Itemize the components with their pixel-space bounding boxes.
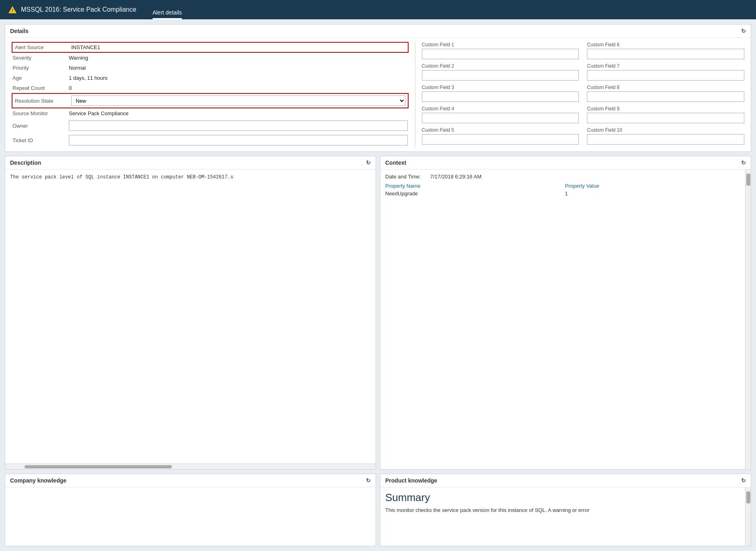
field-label-severity: Severity [12, 55, 65, 61]
custom-field-8: Custom Field 8 [587, 85, 744, 102]
custom-field-10: Custom Field 10 [587, 127, 744, 145]
field-label-age: Age [12, 75, 65, 81]
description-body: The service pack level of SQL instance I… [5, 170, 376, 464]
description-text: The service pack level of SQL instance I… [10, 174, 233, 180]
description-refresh-icon[interactable]: ↻ [366, 160, 371, 166]
field-priority: Priority Normal [12, 63, 409, 73]
context-header: Context ↻ [380, 156, 751, 170]
field-source-monitor: Source Monitor Service Pack Compliance [12, 108, 409, 118]
product-knowledge-scroll-content: Summary This monitor checks the service … [380, 487, 745, 546]
context-title: Context [385, 160, 406, 166]
field-value-repeat-count: 0 [69, 85, 408, 91]
product-knowledge-scrollbar-thumb[interactable] [746, 491, 750, 503]
custom-field-1-label: Custom Field 1 [422, 42, 579, 48]
context-refresh-icon[interactable]: ↻ [741, 160, 746, 166]
company-knowledge-refresh-icon[interactable]: ↻ [366, 477, 371, 484]
field-label-source-monitor: Source Monitor [12, 110, 65, 116]
custom-field-7-label: Custom Field 7 [587, 63, 744, 69]
custom-field-1: Custom Field 1 [422, 42, 579, 59]
summary-title: Summary [385, 491, 740, 504]
field-owner: Owner [12, 118, 409, 133]
context-body: Date and Time: 7/17/2018 6:29:16 AM Prop… [380, 170, 745, 323]
custom-field-4-input[interactable] [422, 113, 579, 123]
context-property-header: Property Name [385, 182, 565, 190]
table-row: NeedUpgrade 1 [385, 190, 740, 197]
table-row: Property Name Property Value [385, 182, 740, 190]
context-property-needupgrade: NeedUpgrade [385, 190, 565, 197]
details-left: Alert Source INSTANCE1 Severity Warning … [5, 42, 415, 147]
company-knowledge-title: Company knowledge [10, 477, 66, 484]
context-value-header: Property Value [565, 182, 740, 190]
field-age: Age 1 days, 11 hours [12, 73, 409, 83]
svg-text:!: ! [12, 8, 13, 13]
context-scroll-area: Date and Time: 7/17/2018 6:29:16 AM Prop… [380, 170, 751, 469]
field-label-repeat-count: Repeat Count [12, 85, 65, 91]
app-header: ! MSSQL 2016: Service Pack Compliance Al… [0, 0, 756, 19]
custom-field-9-input[interactable] [587, 113, 744, 123]
custom-field-4: Custom Field 4 [422, 106, 579, 123]
field-label-alert-source: Alert Source [15, 44, 67, 50]
custom-field-3-label: Custom Field 3 [422, 85, 579, 90]
field-ticket-id: Ticket ID [12, 133, 409, 147]
custom-field-5-input[interactable] [422, 134, 579, 145]
middle-row: Description ↻ The service pack level of … [5, 156, 751, 470]
context-scrollbar-thumb[interactable] [746, 174, 750, 186]
product-knowledge-header: Product knowledge ↻ [380, 474, 751, 487]
company-knowledge-header: Company knowledge ↻ [5, 474, 376, 487]
app-title: MSSQL 2016: Service Pack Compliance [21, 6, 136, 13]
custom-field-6-label: Custom Field 6 [587, 42, 744, 48]
context-date-label: Date and Time: [385, 174, 421, 180]
field-label-resolution-state: Resolution State [15, 98, 67, 104]
field-label-ticket-id: Ticket ID [12, 137, 65, 143]
details-panel: Details ↻ Alert Source INSTANCE1 Severit… [5, 24, 751, 152]
main-container: Details ↻ Alert Source INSTANCE1 Severit… [0, 19, 756, 551]
company-knowledge-panel: Company knowledge ↻ [5, 474, 376, 546]
details-panel-header: Details ↻ [5, 25, 751, 38]
description-header: Description ↻ [5, 156, 376, 170]
context-right-scrollbar[interactable] [745, 170, 751, 469]
field-value-priority: Normal [69, 65, 408, 71]
custom-field-5-label: Custom Field 5 [422, 127, 579, 133]
context-value-needupgrade: 1 [565, 190, 740, 197]
company-knowledge-body [5, 487, 376, 546]
tab-alert-details[interactable]: Alert details [145, 0, 190, 19]
custom-field-7-input[interactable] [587, 70, 744, 81]
resolution-state-select[interactable]: New Acknowledged Resolved Closed [71, 95, 405, 106]
field-label-owner: Owner [12, 123, 65, 129]
summary-text: This monitor checks the service pack ver… [385, 506, 740, 514]
field-value-alert-source: INSTANCE1 [71, 44, 405, 50]
custom-field-2-label: Custom Field 2 [422, 63, 579, 69]
custom-field-10-input[interactable] [587, 134, 744, 145]
field-severity: Severity Warning [12, 53, 409, 63]
warning-icon: ! [8, 5, 17, 14]
custom-field-6-input[interactable] [587, 49, 744, 59]
ticket-id-input[interactable] [69, 135, 408, 145]
custom-field-4-label: Custom Field 4 [422, 106, 579, 112]
product-knowledge-scroll-area: Summary This monitor checks the service … [380, 487, 751, 546]
product-knowledge-right-scrollbar[interactable] [745, 487, 751, 546]
product-knowledge-body: Summary This monitor checks the service … [380, 487, 745, 546]
custom-field-2-input[interactable] [422, 70, 579, 81]
custom-field-6: Custom Field 6 [587, 42, 744, 59]
description-scrollbar-track[interactable] [5, 464, 376, 469]
context-panel: Context ↻ Date and Time: 7/17/2018 6:29:… [380, 156, 751, 470]
custom-field-1-input[interactable] [422, 49, 579, 59]
owner-input[interactable] [69, 120, 408, 131]
field-label-priority: Priority [12, 65, 65, 71]
context-scroll-content: Date and Time: 7/17/2018 6:29:16 AM Prop… [380, 170, 745, 469]
details-refresh-icon[interactable]: ↻ [741, 28, 746, 34]
description-panel: Description ↻ The service pack level of … [5, 156, 376, 470]
description-title: Description [10, 160, 41, 166]
custom-field-2: Custom Field 2 [422, 63, 579, 81]
product-knowledge-panel: Product knowledge ↻ Summary This monitor… [380, 474, 751, 546]
product-knowledge-refresh-icon[interactable]: ↻ [741, 477, 746, 484]
custom-field-8-input[interactable] [587, 91, 744, 102]
custom-field-9-label: Custom Field 9 [587, 106, 744, 112]
description-scrollbar-thumb[interactable] [25, 465, 172, 468]
context-table: Property Name Property Value NeedUpgrade… [385, 182, 740, 197]
custom-field-8-label: Custom Field 8 [587, 85, 744, 90]
description-scroll-area: The service pack level of SQL instance I… [5, 170, 376, 469]
custom-field-3-input[interactable] [422, 91, 579, 102]
field-resolution-state: Resolution State New Acknowledged Resolv… [12, 93, 409, 108]
context-date-value: 7/17/2018 6:29:16 AM [430, 174, 481, 180]
